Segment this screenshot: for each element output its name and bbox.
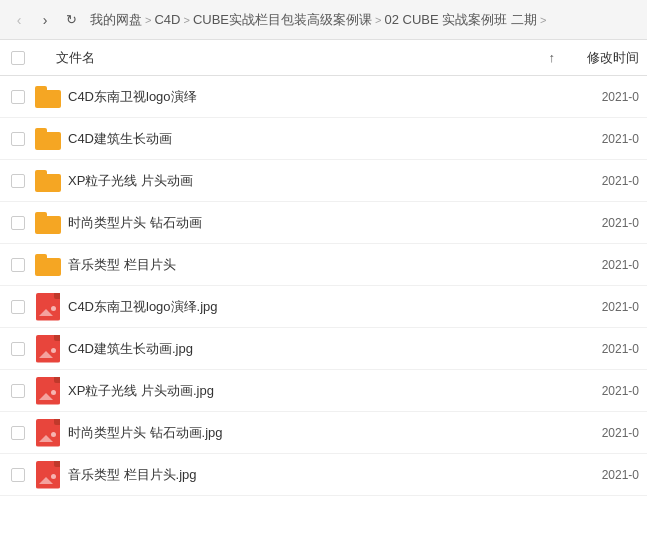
- file-name: C4D东南卫视logo演绎: [68, 88, 559, 106]
- row-checkbox[interactable]: [8, 258, 28, 272]
- row-checkbox[interactable]: [8, 90, 28, 104]
- checkbox[interactable]: [11, 258, 25, 272]
- file-name: C4D建筑生长动画.jpg: [68, 340, 559, 358]
- file-name: XP粒子光线 片头动画: [68, 172, 559, 190]
- breadcrumb-item-02cube[interactable]: 02 CUBE 实战案例班 二期: [384, 11, 536, 29]
- image-file-icon: [34, 293, 62, 321]
- file-modified: 2021-0: [559, 216, 639, 230]
- folder-icon: [34, 251, 62, 279]
- row-checkbox[interactable]: [8, 342, 28, 356]
- image-file-icon: [34, 419, 62, 447]
- table-row[interactable]: XP粒子光线 片头动画2021-0: [0, 160, 647, 202]
- forward-button[interactable]: ›: [34, 9, 56, 31]
- breadcrumb-sep-4: >: [540, 14, 546, 26]
- checkbox[interactable]: [11, 174, 25, 188]
- checkbox[interactable]: [11, 384, 25, 398]
- checkbox[interactable]: [11, 300, 25, 314]
- checkbox[interactable]: [11, 90, 25, 104]
- header-modified: 修改时间: [559, 49, 639, 67]
- table-row[interactable]: XP粒子光线 片头动画.jpg2021-0: [0, 370, 647, 412]
- file-name: 时尚类型片头 钻石动画: [68, 214, 559, 232]
- folder-icon: [34, 125, 62, 153]
- breadcrumb-item-c4d[interactable]: C4D: [154, 12, 180, 27]
- file-modified: 2021-0: [559, 90, 639, 104]
- file-modified: 2021-0: [559, 468, 639, 482]
- file-name: 音乐类型 栏目片头: [68, 256, 559, 274]
- file-modified: 2021-0: [559, 258, 639, 272]
- checkbox[interactable]: [11, 132, 25, 146]
- row-checkbox[interactable]: [8, 216, 28, 230]
- select-all-checkbox[interactable]: [11, 51, 25, 65]
- table-row[interactable]: C4D建筑生长动画2021-0: [0, 118, 647, 160]
- breadcrumb-sep-2: >: [183, 14, 189, 26]
- table-row[interactable]: 时尚类型片头 钻石动画2021-0: [0, 202, 647, 244]
- folder-icon: [34, 167, 62, 195]
- table-row[interactable]: C4D建筑生长动画.jpg2021-0: [0, 328, 647, 370]
- refresh-button[interactable]: ↻: [60, 9, 82, 31]
- file-modified: 2021-0: [559, 174, 639, 188]
- table-row[interactable]: C4D东南卫视logo演绎.jpg2021-0: [0, 286, 647, 328]
- row-checkbox[interactable]: [8, 468, 28, 482]
- row-checkbox[interactable]: [8, 174, 28, 188]
- image-file-icon: [34, 461, 62, 489]
- row-checkbox[interactable]: [8, 384, 28, 398]
- row-checkbox[interactable]: [8, 132, 28, 146]
- row-checkbox[interactable]: [8, 300, 28, 314]
- file-modified: 2021-0: [559, 132, 639, 146]
- back-button[interactable]: ‹: [8, 9, 30, 31]
- table-row[interactable]: C4D东南卫视logo演绎2021-0: [0, 76, 647, 118]
- breadcrumb-sep-3: >: [375, 14, 381, 26]
- checkbox[interactable]: [11, 216, 25, 230]
- file-modified: 2021-0: [559, 426, 639, 440]
- file-name: 音乐类型 栏目片头.jpg: [68, 466, 559, 484]
- row-checkbox[interactable]: [8, 426, 28, 440]
- header-checkbox[interactable]: [8, 51, 28, 65]
- file-modified: 2021-0: [559, 300, 639, 314]
- file-name: C4D东南卫视logo演绎.jpg: [68, 298, 559, 316]
- image-file-icon: [34, 377, 62, 405]
- breadcrumb-item-cube[interactable]: CUBE实战栏目包装高级案例课: [193, 11, 372, 29]
- sort-up-icon[interactable]: ↑: [549, 50, 556, 65]
- folder-icon: [34, 209, 62, 237]
- file-list: C4D东南卫视logo演绎2021-0C4D建筑生长动画2021-0XP粒子光线…: [0, 76, 647, 496]
- breadcrumb-item-mycloud[interactable]: 我的网盘: [90, 11, 142, 29]
- file-name: C4D建筑生长动画: [68, 130, 559, 148]
- image-file-icon: [34, 335, 62, 363]
- checkbox[interactable]: [11, 426, 25, 440]
- file-modified: 2021-0: [559, 342, 639, 356]
- breadcrumb: 我的网盘 > C4D > CUBE实战栏目包装高级案例课 > 02 CUBE 实…: [90, 11, 639, 29]
- checkbox[interactable]: [11, 342, 25, 356]
- file-name: 时尚类型片头 钻石动画.jpg: [68, 424, 559, 442]
- toolbar: ‹ › ↻ 我的网盘 > C4D > CUBE实战栏目包装高级案例课 > 02 …: [0, 0, 647, 40]
- table-row[interactable]: 音乐类型 栏目片头2021-0: [0, 244, 647, 286]
- folder-icon: [34, 83, 62, 111]
- file-modified: 2021-0: [559, 384, 639, 398]
- table-row[interactable]: 音乐类型 栏目片头.jpg2021-0: [0, 454, 647, 496]
- checkbox[interactable]: [11, 468, 25, 482]
- table-row[interactable]: 时尚类型片头 钻石动画.jpg2021-0: [0, 412, 647, 454]
- header-filename: 文件名: [28, 49, 549, 67]
- file-list-header: 文件名 ↑ 修改时间: [0, 40, 647, 76]
- breadcrumb-sep-1: >: [145, 14, 151, 26]
- file-name: XP粒子光线 片头动画.jpg: [68, 382, 559, 400]
- file-list-container: C4D东南卫视logo演绎2021-0C4D建筑生长动画2021-0XP粒子光线…: [0, 76, 647, 549]
